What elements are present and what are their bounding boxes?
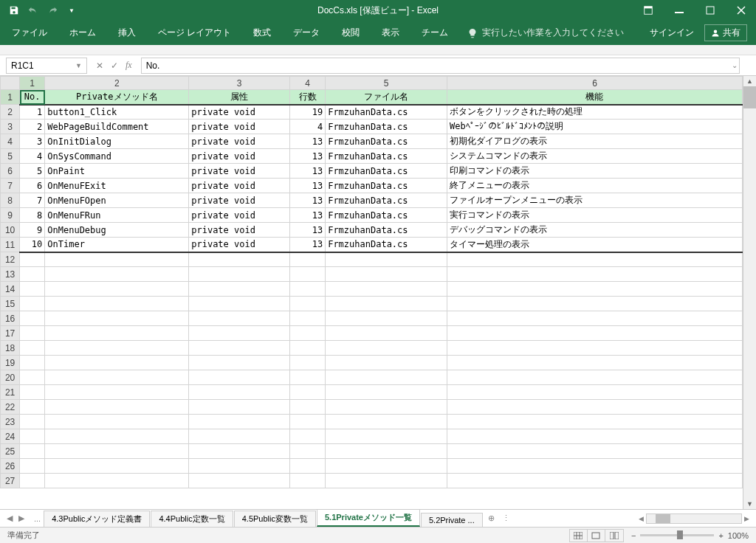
cell[interactable] <box>45 444 189 459</box>
scroll-right-icon[interactable]: ▶ <box>742 515 752 522</box>
cell[interactable]: FrmzuhanData.cs <box>326 164 447 179</box>
cell[interactable] <box>326 474 447 488</box>
cell[interactable]: OnTimer <box>45 238 189 252</box>
cell[interactable] <box>289 311 325 326</box>
cell[interactable]: タイマー処理の表示 <box>447 238 742 252</box>
cell[interactable] <box>189 459 290 474</box>
cell[interactable] <box>45 282 189 297</box>
cell[interactable] <box>20 444 45 459</box>
cell[interactable] <box>326 370 447 385</box>
cell[interactable]: 13 <box>289 223 325 238</box>
cell[interactable] <box>189 267 290 282</box>
cell[interactable] <box>45 385 189 400</box>
row-header[interactable]: 4 <box>1 134 20 149</box>
cell[interactable] <box>45 415 189 429</box>
cell[interactable] <box>326 267 447 282</box>
row-header[interactable]: 21 <box>1 385 20 400</box>
cell[interactable] <box>447 400 742 415</box>
cell[interactable]: FrmzuhanData.cs <box>326 149 447 164</box>
cell[interactable]: OnInitDialog <box>45 134 189 149</box>
table-header-cell[interactable]: 機能 <box>447 90 742 105</box>
sheet-tab[interactable]: 5.2Private ... <box>421 513 483 527</box>
cell[interactable] <box>45 400 189 415</box>
cell[interactable] <box>189 400 290 415</box>
cell[interactable] <box>289 282 325 297</box>
cell[interactable] <box>447 341 742 356</box>
cell[interactable] <box>45 297 189 311</box>
cell[interactable]: private void <box>189 193 290 208</box>
col-header[interactable]: 1 <box>20 77 45 90</box>
cell[interactable] <box>20 459 45 474</box>
cell[interactable]: FrmzuhanData.cs <box>326 120 447 134</box>
cell[interactable]: 8 <box>20 208 45 223</box>
name-box[interactable]: R1C1 ▼ <box>6 58 87 74</box>
cell[interactable] <box>289 356 325 370</box>
qat-dropdown-icon[interactable]: ▼ <box>63 2 80 18</box>
cell[interactable] <box>45 311 189 326</box>
row-header[interactable]: 27 <box>1 474 20 488</box>
row-header[interactable]: 6 <box>1 164 20 179</box>
cell[interactable]: 印刷コマンドの表示 <box>447 164 742 179</box>
cell[interactable] <box>20 356 45 370</box>
cell[interactable]: 13 <box>289 164 325 179</box>
tab-view[interactable]: 表示 <box>379 25 402 41</box>
cell[interactable]: OnSysCommand <box>45 149 189 164</box>
cell[interactable]: 13 <box>289 193 325 208</box>
cell[interactable]: 4 <box>20 149 45 164</box>
cell[interactable] <box>447 444 742 459</box>
row-header[interactable]: 14 <box>1 282 20 297</box>
cell[interactable] <box>45 326 189 341</box>
cell[interactable]: FrmzuhanData.cs <box>326 179 447 193</box>
cell[interactable]: 3 <box>20 134 45 149</box>
tab-pagelayout[interactable]: ページ レイアウト <box>155 25 234 41</box>
col-header[interactable]: 2 <box>45 77 189 90</box>
col-header[interactable]: 6 <box>447 77 742 90</box>
cell[interactable]: private void <box>189 164 290 179</box>
cell[interactable]: private void <box>189 134 290 149</box>
cell[interactable]: 1 <box>20 105 45 120</box>
tab-review[interactable]: 校閲 <box>339 25 362 41</box>
cell[interactable]: WebPageBuildComment <box>45 120 189 134</box>
cell[interactable] <box>447 415 742 429</box>
cell[interactable] <box>326 385 447 400</box>
row-header[interactable]: 10 <box>1 223 20 238</box>
cell[interactable] <box>20 370 45 385</box>
cell[interactable] <box>289 385 325 400</box>
cell[interactable]: ボタンをクリックされた時の処理 <box>447 105 742 120</box>
zoom-out-icon[interactable]: − <box>631 531 636 540</box>
cell[interactable] <box>189 341 290 356</box>
cell[interactable] <box>447 356 742 370</box>
cell[interactable]: 6 <box>20 179 45 193</box>
sheet-nav-next-icon[interactable]: ▶ <box>16 513 27 523</box>
cell[interactable] <box>189 474 290 488</box>
cell[interactable]: OnMenuFExit <box>45 179 189 193</box>
scroll-thumb[interactable] <box>743 86 756 108</box>
cell[interactable] <box>326 326 447 341</box>
cell[interactable]: private void <box>189 105 290 120</box>
cell[interactable]: 13 <box>289 208 325 223</box>
formula-input[interactable]: No. ⌄ <box>141 58 740 74</box>
cell[interactable] <box>326 252 447 267</box>
cell[interactable] <box>189 370 290 385</box>
cell[interactable] <box>447 297 742 311</box>
horizontal-scrollbar[interactable] <box>646 513 742 524</box>
row-header[interactable]: 3 <box>1 120 20 134</box>
scroll-left-icon[interactable]: ◀ <box>636 515 646 522</box>
share-button[interactable]: 共有 <box>704 24 747 41</box>
cell[interactable] <box>20 267 45 282</box>
cell[interactable]: OnMenuDebug <box>45 223 189 238</box>
tab-team[interactable]: チーム <box>419 25 451 41</box>
signin-link[interactable]: サインイン <box>650 27 694 39</box>
cell[interactable] <box>289 400 325 415</box>
cell[interactable]: 実行コマンドの表示 <box>447 208 742 223</box>
row-header[interactable]: 2 <box>1 105 20 120</box>
row-header[interactable]: 25 <box>1 444 20 459</box>
cell[interactable] <box>20 311 45 326</box>
cell[interactable]: private void <box>189 120 290 134</box>
cell[interactable] <box>20 282 45 297</box>
cell[interactable] <box>447 429 742 444</box>
cell[interactable] <box>289 341 325 356</box>
cell[interactable] <box>289 444 325 459</box>
cell[interactable] <box>289 326 325 341</box>
row-header[interactable]: 9 <box>1 208 20 223</box>
